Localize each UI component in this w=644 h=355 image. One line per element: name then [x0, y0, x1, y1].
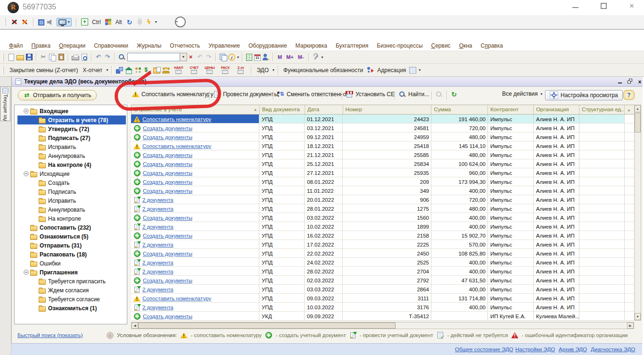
search-input[interactable]: [127, 53, 180, 61]
menu-Бухгалтерия[interactable]: Бухгалтерия: [331, 41, 372, 50]
plug-icon[interactable]: [138, 20, 142, 24]
send-receive-button[interactable]: Отправить и получить: [18, 90, 97, 100]
column-header-6[interactable]: Контрагент: [488, 105, 534, 114]
row-action-link[interactable]: Создать документы: [143, 161, 192, 167]
calendar-icon[interactable]: [254, 54, 261, 61]
toolbar-text-М-[interactable]: М-: [297, 54, 305, 60]
menu-Управление[interactable]: Управление: [204, 41, 244, 50]
find-button[interactable]: Найти...: [398, 91, 429, 98]
tree-item[interactable]: Входящие: [15, 107, 127, 116]
nav-forward-icon[interactable]: [205, 53, 213, 61]
tree-item[interactable]: Требуется согласие: [15, 295, 127, 304]
footer-link-1[interactable]: Общее состояние ЭДО: [455, 347, 513, 352]
menu-Файл[interactable]: Файл: [5, 41, 27, 50]
menu-Маркировка[interactable]: Маркировка: [291, 41, 331, 50]
people-icon[interactable]: [134, 66, 142, 74]
bolt-icon[interactable]: [146, 18, 152, 26]
remote-tools2-icon[interactable]: [21, 18, 29, 26]
scroll-right-button[interactable]: ▶: [627, 322, 634, 329]
column-header-7[interactable]: Организация: [534, 105, 579, 114]
tree-item[interactable]: Ознакомиться (1): [15, 304, 127, 313]
table-row[interactable]: Сопоставить номенклатуруУПД01.12.2021244…: [131, 115, 634, 124]
menu-Бизнес-процессы[interactable]: Бизнес-процессы: [372, 41, 427, 50]
menu-Справочники[interactable]: Справочники: [90, 41, 132, 50]
footer-link-3[interactable]: Архив ЭДО: [559, 347, 587, 352]
print-icon[interactable]: [72, 56, 79, 60]
save-icon[interactable]: [26, 54, 33, 60]
minidoc-СЧЕТ[interactable]: СЧЕТ: [187, 66, 201, 74]
calculator-icon[interactable]: [246, 54, 252, 61]
minidoc-РАСХ[interactable]: РАСХ: [218, 66, 232, 74]
tree-item[interactable]: Отправить (31): [15, 241, 127, 250]
x-report-button[interactable]: X-отчет: [81, 67, 104, 74]
table-row[interactable]: 2 документаУПД17.02.20222225570,00Импуль…: [131, 240, 634, 249]
column-header-5[interactable]: Сумма: [431, 105, 488, 114]
scroll-down-button[interactable]: ▼: [635, 313, 641, 320]
menu-Операции[interactable]: Операции: [55, 41, 90, 50]
expander-icon[interactable]: [24, 270, 29, 275]
table-row[interactable]: Создать документыУПД11.01.2022349400,00И…: [131, 186, 634, 195]
search-q-icon[interactable]: [118, 53, 125, 61]
tree-item[interactable]: Исправить: [15, 142, 127, 151]
all-actions-button[interactable]: Все действия ▾: [502, 91, 542, 97]
people-group-icon[interactable]: [162, 66, 170, 74]
tree-item[interactable]: На контроле (4): [15, 160, 127, 169]
table-row[interactable]: 2 документаУПД03.03.20222864400,00Импуль…: [131, 285, 634, 294]
quick-search-link[interactable]: Быстрый поиск (показать): [17, 332, 83, 338]
match-nomenclature-button[interactable]: Сопоставить номенклатуру: [132, 91, 213, 98]
table-row[interactable]: Сопоставить номенклатуруУПД09.03.2022311…: [131, 294, 634, 303]
toolbar-text-Alt[interactable]: Alt: [115, 19, 123, 25]
tree-item[interactable]: На контроле: [15, 214, 127, 223]
expander-icon[interactable]: [24, 108, 29, 114]
row-action-link[interactable]: 2 документа: [142, 206, 173, 212]
redo-icon[interactable]: [104, 53, 111, 61]
refresh-blue-icon[interactable]: [126, 18, 133, 26]
post-documents-button[interactable]: Провести документы: [213, 91, 278, 98]
row-action-link[interactable]: Создать документы: [143, 314, 192, 319]
user-key-icon[interactable]: [262, 53, 270, 61]
row-action-link[interactable]: 2 документа: [142, 305, 173, 310]
table-options-icon[interactable]: [409, 67, 416, 74]
row-action-link[interactable]: Создать документы: [143, 215, 192, 221]
close-shift-button[interactable]: Закрытие смены (Z-отчет): [8, 67, 79, 74]
row-action-link[interactable]: Создать документы: [143, 134, 192, 140]
print-preview-icon[interactable]: [82, 54, 87, 61]
row-action-link[interactable]: Создать документы: [143, 233, 192, 239]
row-action-link[interactable]: Создать документы: [143, 170, 192, 176]
refresh-button[interactable]: [450, 91, 458, 98]
footer-link-2[interactable]: Настройки ЭДО: [515, 347, 555, 352]
help-button[interactable]: ?: [623, 90, 635, 100]
new-document-icon[interactable]: [8, 54, 14, 61]
clear-search-button[interactable]: [435, 91, 443, 98]
table-row[interactable]: 2 документаУПД28.02.20222704400,00Импуль…: [131, 267, 634, 276]
tree-item[interactable]: Подписать (27): [15, 133, 127, 142]
menu-Отчетность[interactable]: Отчетность: [165, 41, 204, 50]
row-action-link[interactable]: Создать документы: [143, 152, 192, 158]
copy-icon[interactable]: [49, 53, 56, 61]
chevron-down-icon[interactable]: ▾: [322, 55, 323, 59]
menu-Справка[interactable]: Справка: [477, 41, 507, 50]
table-row[interactable]: Создать документыУПД09.12.202124959480,0…: [131, 132, 634, 141]
fullscreen-icon[interactable]: [81, 18, 88, 25]
table-row[interactable]: Создать документыУПД27.12.202125935960,0…: [131, 168, 634, 177]
row-action-link[interactable]: Создать документы: [143, 179, 192, 185]
edo-close-button[interactable]: ×: [636, 79, 644, 85]
footer-link-4[interactable]: Диагностика ЭДО: [591, 347, 635, 352]
copy-window-icon[interactable]: [219, 53, 227, 61]
toolbar-toggle-monitor[interactable]: ▾: [57, 18, 72, 26]
row-action-link[interactable]: 2 документа: [142, 287, 173, 292]
column-header-8[interactable]: Структурная ед...: [579, 105, 625, 114]
tree-item[interactable]: Создать: [15, 178, 127, 187]
chevron-down-icon[interactable]: ▾: [272, 68, 274, 72]
remote-close-button[interactable]: ×: [625, 2, 638, 11]
row-action-link[interactable]: 2 документа: [142, 269, 173, 274]
table-row[interactable]: Создать документыУПД25.12.202125834100 6…: [131, 159, 634, 168]
combo-dropdown-button[interactable]: ▾: [180, 53, 187, 61]
tree-item[interactable]: Требуется пригласить: [15, 277, 127, 286]
chevron-down-icon[interactable]: ▾: [237, 55, 239, 59]
store-icon[interactable]: [125, 66, 132, 74]
table-row[interactable]: Создать документыУПД08.01.2022209173 994…: [131, 177, 634, 186]
table-row[interactable]: 2 документаУПД24.02.20222525400,00Импуль…: [131, 258, 634, 267]
tree-item[interactable]: Исходящие: [15, 169, 127, 178]
tree-item[interactable]: Распаковать (18): [15, 250, 127, 259]
